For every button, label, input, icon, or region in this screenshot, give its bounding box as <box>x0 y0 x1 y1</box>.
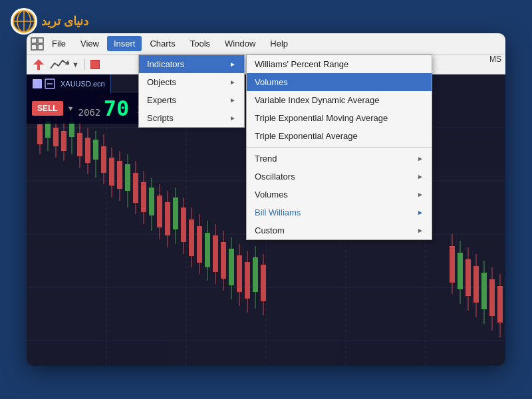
price-display: 2062 70 <box>78 96 130 121</box>
svg-rect-60 <box>189 219 194 256</box>
menu-objects[interactable]: Objects ► <box>139 73 244 91</box>
ms-label: MS <box>489 55 501 64</box>
svg-rect-26 <box>53 128 59 146</box>
svg-rect-74 <box>245 262 250 299</box>
oscillators-arrow: ► <box>417 173 424 180</box>
svg-rect-78 <box>261 265 266 301</box>
insert-dropdown: Indicators ► Objects ► Experts ► Scripts… <box>138 55 245 128</box>
price-prefix: 2062 <box>78 107 101 118</box>
logo-icon <box>11 8 37 35</box>
volumes2-arrow: ► <box>417 191 424 198</box>
svg-rect-46 <box>133 173 138 203</box>
menubar: File View Insert Charts Tools Window Hel… <box>27 33 505 55</box>
svg-rect-4 <box>31 38 37 43</box>
experts-arrow: ► <box>229 96 236 104</box>
svg-rect-48 <box>141 182 146 212</box>
svg-rect-86 <box>473 266 479 303</box>
svg-rect-84 <box>466 259 471 296</box>
svg-rect-62 <box>197 226 202 263</box>
svg-rect-88 <box>481 273 487 309</box>
submenu-oscillators[interactable]: Oscillators ► <box>247 168 432 186</box>
svg-rect-7 <box>38 45 43 50</box>
main-window: File View Insert Charts Tools Window Hel… <box>27 33 505 366</box>
symbol-text: XAUUSD.ecn <box>61 80 105 88</box>
svg-rect-52 <box>157 196 162 227</box>
chart-type-icon <box>32 78 43 89</box>
svg-rect-30 <box>69 122 74 137</box>
svg-rect-32 <box>77 133 82 156</box>
submenu-williams-percent[interactable]: Williams' Percent Range <box>247 55 432 73</box>
svg-rect-50 <box>149 188 154 215</box>
submenu-triple-exp-moving[interactable]: Triple Exponential Moving Average <box>247 109 432 127</box>
svg-rect-58 <box>181 207 186 242</box>
submenu-custom[interactable]: Custom ► <box>247 221 432 239</box>
timeframe-icon <box>45 78 55 89</box>
menu-window[interactable]: Window <box>218 36 262 51</box>
svg-rect-40 <box>109 158 114 186</box>
menu-scripts[interactable]: Scripts ► <box>139 109 244 127</box>
menu-help[interactable]: Help <box>263 36 295 51</box>
menu-charts[interactable]: Charts <box>143 36 182 51</box>
objects-arrow: ► <box>229 78 236 86</box>
svg-rect-70 <box>229 249 234 285</box>
toolbar-dropdown[interactable]: ▼ <box>72 61 79 68</box>
submenu-triple-exp[interactable]: Triple Exponential Average <box>247 127 432 145</box>
logo-area: دنیای ترید <box>11 8 88 35</box>
submenu-volumes2[interactable]: Volumes ► <box>247 186 432 203</box>
svg-rect-54 <box>165 202 170 235</box>
trend-arrow: ► <box>417 155 424 162</box>
logo-text: دنیای ترید <box>41 14 88 29</box>
menu-experts[interactable]: Experts ► <box>139 91 244 109</box>
svg-marker-8 <box>33 59 44 70</box>
submenu-trend[interactable]: Trend ► <box>247 150 432 168</box>
bill-williams-arrow: ► <box>417 209 424 216</box>
arrows-icon <box>31 58 47 71</box>
scripts-arrow: ► <box>229 114 236 122</box>
svg-rect-82 <box>458 253 463 289</box>
svg-rect-34 <box>85 138 90 163</box>
submenu-divider <box>247 147 432 148</box>
svg-rect-22 <box>37 124 43 144</box>
indicators-submenu: Williams' Percent Range Volumes Variable… <box>246 55 432 240</box>
svg-rect-38 <box>101 146 106 173</box>
svg-rect-28 <box>61 131 66 151</box>
svg-rect-80 <box>450 246 455 283</box>
stop-icon <box>90 60 100 69</box>
svg-rect-56 <box>173 198 178 229</box>
menu-insert[interactable]: Insert <box>107 36 142 51</box>
line-chart-icon <box>49 58 69 71</box>
svg-rect-64 <box>205 233 210 267</box>
grid-icon <box>31 37 44 51</box>
svg-rect-5 <box>38 38 43 43</box>
svg-rect-42 <box>117 161 122 189</box>
trading-info: XAUUSD.ecn <box>27 74 111 93</box>
submenu-bill-williams[interactable]: Bill Williams ► <box>247 203 432 221</box>
submenu-volumes[interactable]: Volumes <box>247 73 432 91</box>
symbol-icons <box>32 78 55 89</box>
svg-rect-36 <box>93 140 98 160</box>
sell-button[interactable]: SELL <box>32 101 63 116</box>
svg-rect-44 <box>125 164 130 191</box>
svg-rect-68 <box>221 242 226 279</box>
indicators-arrow: ► <box>229 61 236 68</box>
custom-arrow: ► <box>417 227 424 234</box>
svg-rect-72 <box>237 255 242 292</box>
svg-rect-93 <box>33 79 42 88</box>
menu-file[interactable]: File <box>45 36 72 51</box>
svg-rect-76 <box>253 257 258 292</box>
svg-rect-92 <box>497 286 503 323</box>
submenu-variable-index[interactable]: Variable Index Dynamic Average <box>247 91 432 109</box>
price-main: 70 <box>104 96 130 121</box>
svg-rect-90 <box>489 279 495 316</box>
menu-tools[interactable]: Tools <box>184 36 217 51</box>
menu-view[interactable]: View <box>74 36 106 51</box>
toolbar-divider <box>84 59 85 70</box>
dropdown-arrow[interactable]: ▼ <box>67 104 74 112</box>
svg-rect-66 <box>213 235 218 272</box>
menu-indicators[interactable]: Indicators ► <box>139 55 244 73</box>
svg-rect-6 <box>31 45 37 50</box>
